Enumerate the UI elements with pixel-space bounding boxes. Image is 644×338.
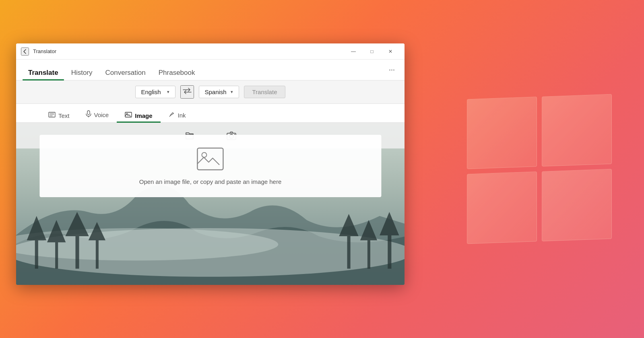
image-mode-icon: [125, 112, 132, 119]
back-button[interactable]: [21, 47, 29, 56]
upload-hint-text: Open an image file, or copy and paste an…: [139, 178, 282, 185]
window-controls: — □ ✕: [344, 43, 400, 60]
tab-image[interactable]: Image: [117, 109, 160, 122]
translate-button[interactable]: Translate: [244, 86, 286, 98]
mode-tabs: Text Voice Image: [16, 104, 405, 123]
svg-point-26: [202, 153, 207, 157]
win-logo-pane-bl: [467, 171, 537, 244]
source-language-label: English: [141, 89, 161, 95]
target-lang-chevron-icon: ▾: [231, 89, 233, 95]
tab-translate[interactable]: Translate: [23, 66, 64, 80]
tab-history[interactable]: History: [66, 66, 98, 80]
voice-mode-label: Voice: [94, 111, 109, 118]
maximize-button[interactable]: □: [363, 43, 381, 60]
svg-rect-12: [76, 232, 79, 269]
windows-logo: [467, 97, 612, 241]
back-icon: [22, 48, 28, 55]
text-mode-label: Text: [58, 112, 70, 119]
title-bar: Translator — □ ✕: [16, 43, 405, 60]
image-mode-label: Image: [135, 112, 152, 119]
source-lang-chevron-icon: ▾: [167, 89, 169, 95]
win-logo-pane-tl: [467, 97, 537, 169]
ink-mode-label: Ink: [178, 112, 186, 119]
text-mode-icon: [48, 112, 56, 119]
image-drop-zone[interactable]: Open an image file, or copy and paste an…: [39, 135, 381, 197]
language-bar: English ▾ Spanish ▾ Translate: [16, 80, 405, 104]
voice-mode-icon: [86, 110, 91, 119]
svg-rect-1: [87, 111, 90, 115]
svg-rect-20: [388, 232, 391, 269]
app-window: Translator — □ ✕ Translate History Conve…: [16, 43, 405, 285]
swap-icon: [183, 88, 192, 94]
svg-rect-10: [55, 240, 58, 269]
svg-rect-14: [96, 238, 99, 269]
win-logo-pane-br: [542, 169, 612, 241]
target-language-label: Spanish: [205, 89, 227, 95]
svg-rect-16: [347, 234, 351, 269]
nav-tabs: Translate History Conversation Phraseboo…: [16, 60, 405, 80]
minimize-button[interactable]: —: [344, 43, 363, 60]
ink-mode-icon: [169, 111, 175, 119]
win-logo-pane-tr: [542, 94, 612, 167]
target-language-select[interactable]: Spanish ▾: [199, 86, 239, 98]
window-title: Translator: [33, 48, 56, 54]
tab-conversation[interactable]: Conversation: [100, 66, 151, 80]
source-language-select[interactable]: English ▾: [135, 86, 175, 98]
svg-rect-18: [367, 238, 370, 269]
close-button[interactable]: ✕: [381, 43, 400, 60]
image-content-area: Open an image file, or copy and paste an…: [16, 123, 405, 285]
image-placeholder-icon: [196, 147, 225, 173]
svg-rect-7: [35, 236, 38, 269]
tab-phrasebook[interactable]: Phrasebook: [153, 66, 201, 80]
swap-languages-button[interactable]: [180, 85, 194, 99]
tab-text[interactable]: Text: [40, 109, 78, 122]
tab-voice[interactable]: Voice: [78, 107, 117, 122]
tab-ink[interactable]: Ink: [161, 108, 194, 122]
svg-rect-25: [198, 148, 223, 170]
more-menu-button[interactable]: ···: [386, 64, 398, 76]
